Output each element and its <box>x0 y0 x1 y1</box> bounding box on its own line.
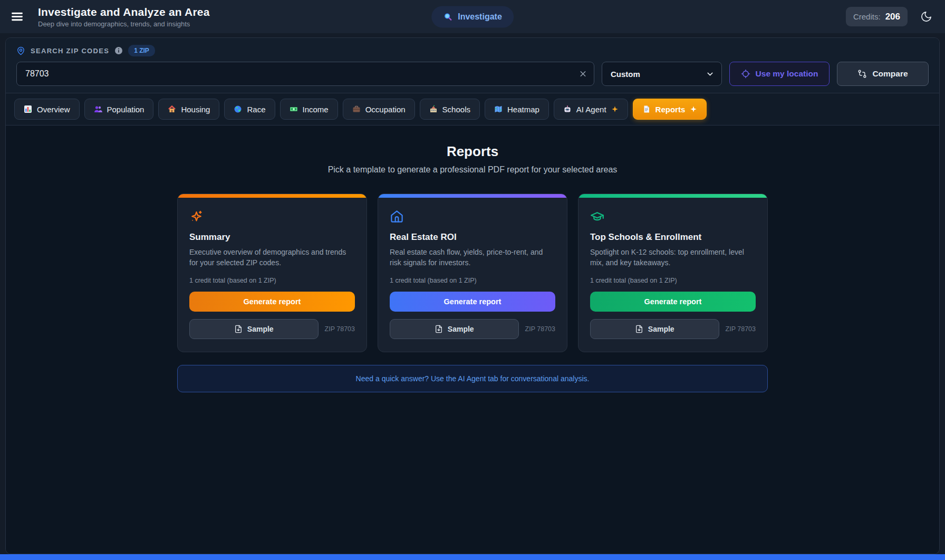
app-frame: SEARCH ZIP CODES 1 ZIP Custom <box>5 37 940 554</box>
tab-label: Reports <box>655 105 686 114</box>
generate-report-button[interactable]: Generate report <box>189 292 355 312</box>
tab-housing[interactable]: Housing <box>158 99 219 120</box>
bar-chart-icon <box>24 105 32 113</box>
tab-schools[interactable]: Schools <box>420 99 480 120</box>
money-icon <box>290 105 298 113</box>
tab-label: Housing <box>181 105 210 114</box>
map-pin-icon <box>16 46 25 55</box>
tab-bar: Overview Population Housing Race Income … <box>6 93 939 125</box>
menu-icon[interactable] <box>7 7 26 26</box>
sparkles-icon <box>690 105 697 113</box>
zip-search-input[interactable] <box>16 62 594 86</box>
tab-reports[interactable]: Reports <box>633 99 707 120</box>
region-type-select[interactable]: Custom <box>602 62 722 86</box>
tab-label: Population <box>107 105 144 114</box>
use-my-location-button[interactable]: Use my location <box>729 62 830 86</box>
card-credit-note: 1 credit total (based on 1 ZIP) <box>390 277 555 284</box>
moon-icon[interactable] <box>920 11 932 23</box>
sample-button[interactable]: Sample <box>189 319 319 339</box>
page-title: Investigate and Analyze an Area <box>38 6 210 18</box>
graduation-cap-icon <box>590 209 756 224</box>
card-description: Executive overview of demographics and t… <box>189 247 355 268</box>
report-card-summary: Summary Executive overview of demographi… <box>177 194 367 352</box>
briefcase-icon <box>352 105 361 113</box>
file-download-icon <box>435 325 443 333</box>
tab-label: AI Agent <box>576 105 606 114</box>
sample-label: Sample <box>648 325 674 333</box>
credits-label: Credits: <box>853 12 881 21</box>
card-credit-note: 1 credit total (based on 1 ZIP) <box>590 277 756 284</box>
map-icon <box>494 105 503 113</box>
reports-heading: Reports <box>6 143 939 160</box>
card-accent-bar <box>178 194 367 198</box>
tab-label: Schools <box>442 105 470 114</box>
sample-button[interactable]: Sample <box>390 319 519 339</box>
file-download-icon <box>234 325 243 333</box>
home-icon <box>390 209 555 224</box>
tab-race[interactable]: Race <box>224 99 275 120</box>
top-bar: Investigate and Analyze an Area Deep div… <box>0 0 945 33</box>
sample-label: Sample <box>448 325 474 333</box>
report-card-top-schools: Top Schools & Enrollment Spotlight on K-… <box>578 194 768 352</box>
card-credit-note: 1 credit total (based on 1 ZIP) <box>189 277 355 284</box>
tab-label: Occupation <box>365 105 406 114</box>
magnifier-icon <box>443 12 453 22</box>
git-compare-icon <box>857 69 867 79</box>
tab-income[interactable]: Income <box>280 99 338 120</box>
people-icon <box>94 105 102 113</box>
card-description: Real estate cash flow, yields, price-to-… <box>390 247 555 268</box>
card-accent-bar <box>378 194 567 198</box>
house-icon <box>168 105 176 113</box>
tab-overview[interactable]: Overview <box>14 99 80 120</box>
zip-note: ZIP 78703 <box>726 325 756 333</box>
report-card-row: Summary Executive overview of demographi… <box>6 194 939 352</box>
tab-population[interactable]: Population <box>84 99 154 120</box>
compare-label: Compare <box>872 69 908 79</box>
search-section-label: SEARCH ZIP CODES <box>31 47 109 55</box>
ai-agent-hint-banner: Need a quick answer? Use the AI Agent ta… <box>177 365 768 392</box>
tab-label: Heatmap <box>507 105 539 114</box>
page-subtitle: Deep dive into demographics, trends, and… <box>38 20 210 28</box>
tab-ai-agent[interactable]: AI Agent <box>554 99 628 120</box>
page-title-block: Investigate and Analyze an Area Deep div… <box>38 6 210 28</box>
mode-pill-label: Investigate <box>458 12 502 22</box>
info-icon[interactable] <box>114 46 123 55</box>
search-section: SEARCH ZIP CODES 1 ZIP Custom <box>6 38 939 93</box>
bottom-accent-strip <box>0 554 945 560</box>
crosshair-icon <box>741 69 750 79</box>
card-description: Spotlight on K-12 schools: top enrollmen… <box>590 247 756 268</box>
tab-occupation[interactable]: Occupation <box>343 99 415 120</box>
file-download-icon <box>635 325 643 333</box>
reports-subheading: Pick a template to generate a profession… <box>6 165 939 175</box>
zip-count-badge: 1 ZIP <box>128 45 155 56</box>
robot-icon <box>563 105 572 113</box>
card-title: Top Schools & Enrollment <box>590 232 756 243</box>
card-title: Summary <box>189 232 355 243</box>
tab-heatmap[interactable]: Heatmap <box>485 99 549 120</box>
card-accent-bar <box>578 194 767 198</box>
chevron-down-icon <box>706 70 715 79</box>
generate-report-button[interactable]: Generate report <box>390 292 555 312</box>
tab-label: Overview <box>37 105 70 114</box>
globe-icon <box>234 105 242 113</box>
credits-badge: Credits: 206 <box>846 7 908 26</box>
school-icon <box>429 105 438 113</box>
zip-note: ZIP 78703 <box>325 325 355 333</box>
sample-button[interactable]: Sample <box>590 319 719 339</box>
use-my-location-label: Use my location <box>756 69 818 79</box>
clear-input-icon[interactable] <box>578 70 587 79</box>
tab-label: Race <box>247 105 265 114</box>
sparkles-icon <box>189 209 355 224</box>
credits-value: 206 <box>885 12 900 22</box>
region-type-value: Custom <box>611 70 640 79</box>
tab-label: Income <box>303 105 329 114</box>
report-card-real-estate-roi: Real Estate ROI Real estate cash flow, y… <box>378 194 567 352</box>
zip-note: ZIP 78703 <box>525 325 555 333</box>
card-title: Real Estate ROI <box>390 232 555 243</box>
compare-button[interactable]: Compare <box>837 62 929 86</box>
reports-panel: Reports Pick a template to generate a pr… <box>6 125 939 554</box>
sample-label: Sample <box>247 325 274 333</box>
investigate-mode-pill[interactable]: Investigate <box>431 6 514 27</box>
document-icon <box>642 105 651 113</box>
generate-report-button[interactable]: Generate report <box>590 292 756 312</box>
